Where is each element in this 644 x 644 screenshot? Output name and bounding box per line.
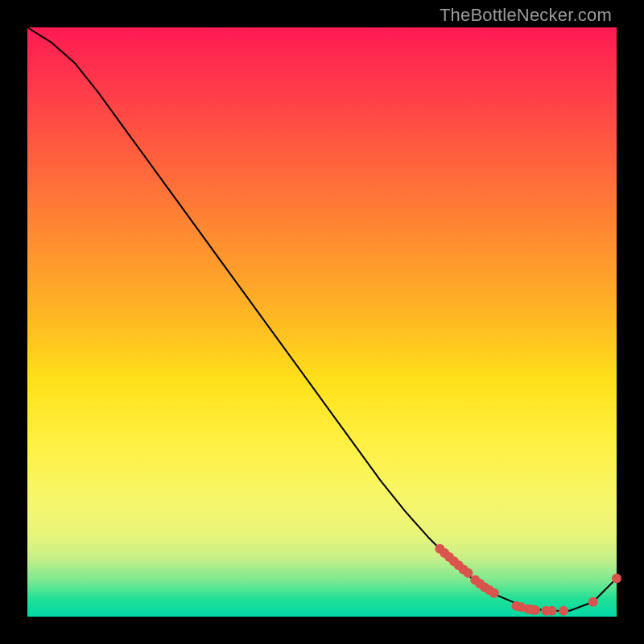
marker-dot	[612, 573, 621, 583]
marker-dot	[588, 597, 598, 607]
bottleneck-curve	[27, 27, 617, 611]
chart-svg	[27, 27, 617, 617]
marker-dot	[464, 568, 473, 578]
marker-dot	[559, 606, 568, 616]
watermark-text: TheBottleNecker.com	[440, 5, 612, 26]
marker-dot	[547, 606, 557, 616]
plot-area	[27, 27, 617, 617]
chart-frame: TheBottleNecker.com	[0, 0, 644, 644]
marker-dot	[530, 605, 540, 615]
marker-dot	[489, 588, 499, 598]
marker-group	[435, 544, 621, 616]
